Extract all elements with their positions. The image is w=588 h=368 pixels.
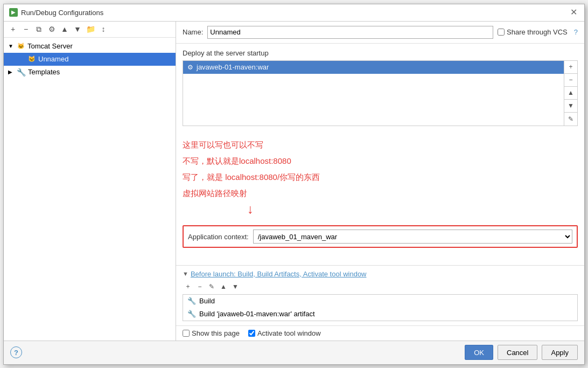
name-help-button[interactable]: ? bbox=[574, 28, 578, 36]
deploy-item-label: javaweb-01-maven:war bbox=[197, 63, 269, 71]
bl-edit-button[interactable]: ✎ bbox=[206, 281, 217, 292]
bl-item-build-artifact[interactable]: 🔧 Build 'javaweb-01-maven:war' artifact bbox=[183, 308, 577, 321]
annotation-line4: 虚拟网站路径映射 bbox=[183, 185, 578, 202]
unnamed-icon: 🐱 bbox=[27, 55, 36, 64]
cancel-button[interactable]: Cancel bbox=[498, 345, 537, 360]
add-config-button[interactable]: + bbox=[7, 23, 19, 35]
deploy-edit-button[interactable]: ✎ bbox=[564, 113, 577, 126]
before-launch-header: ▼ Before launch: Build, Build Artifacts,… bbox=[183, 270, 578, 278]
show-page-label[interactable]: Show this page bbox=[183, 329, 240, 337]
dialog-icon: ▶ bbox=[9, 8, 18, 17]
before-launch-section: ▼ Before launch: Build, Build Artifacts,… bbox=[176, 265, 584, 325]
apply-button[interactable]: Apply bbox=[542, 345, 578, 360]
before-launch-title[interactable]: Before launch: Build, Build Artifacts, A… bbox=[191, 270, 367, 278]
bl-artifact-icon: 🔧 bbox=[187, 310, 196, 318]
deploy-down-button[interactable]: ▼ bbox=[564, 100, 577, 113]
name-input[interactable] bbox=[207, 26, 493, 39]
deploy-up-button[interactable]: ▲ bbox=[564, 87, 577, 100]
tree-item-tomcat-server[interactable]: ▼ 🐱 Tomcat Server bbox=[4, 40, 176, 53]
left-panel: + − ⧉ ⚙ ▲ ▼ 📁 ↕ ▼ 🐱 Tomcat Server bbox=[4, 22, 176, 341]
down-config-button[interactable]: ▼ bbox=[72, 23, 83, 35]
context-select[interactable]: /javaweb_01_maven_war / bbox=[253, 230, 572, 244]
dialog-title: Run/Debug Configurations bbox=[21, 9, 103, 17]
deploy-item[interactable]: ⚙ javaweb-01-maven:war bbox=[183, 61, 564, 74]
remove-config-button[interactable]: − bbox=[20, 23, 32, 35]
footer-buttons: OK Cancel Apply bbox=[465, 345, 578, 360]
bl-build-icon: 🔧 bbox=[187, 297, 196, 305]
show-page-checkbox[interactable] bbox=[183, 330, 190, 337]
bl-down-button[interactable]: ▼ bbox=[230, 281, 241, 292]
name-row: Name: Share through VCS ? bbox=[176, 22, 584, 44]
folder-config-button[interactable]: 📁 bbox=[85, 23, 96, 35]
context-label: Application context: bbox=[188, 233, 249, 241]
title-bar: ▶ Run/Debug Configurations ✕ bbox=[4, 4, 584, 22]
tomcat-icon: 🐱 bbox=[17, 42, 25, 51]
tree-item-templates[interactable]: ▶ 🔧 Templates bbox=[4, 66, 176, 79]
deploy-add-button[interactable]: + bbox=[564, 61, 577, 74]
activate-tool-label[interactable]: Activate tool window bbox=[248, 329, 321, 337]
annotation-arrow-icon: ↓ bbox=[247, 202, 578, 217]
deploy-item-icon: ⚙ bbox=[187, 64, 193, 71]
config-toolbar: + − ⧉ ⚙ ▲ ▼ 📁 ↕ bbox=[4, 22, 176, 38]
sort-config-button[interactable]: ↕ bbox=[97, 23, 109, 35]
unnamed-label: Unnamed bbox=[38, 55, 68, 63]
tomcat-server-label: Tomcat Server bbox=[27, 42, 73, 50]
deploy-side-buttons: + − ▲ ▼ ✎ bbox=[564, 60, 578, 126]
before-launch-collapse-icon[interactable]: ▼ bbox=[183, 270, 188, 277]
ok-button[interactable]: OK bbox=[465, 345, 493, 360]
annotation-line2: 不写，默认就是localhost:8080 bbox=[183, 153, 578, 169]
close-button[interactable]: ✕ bbox=[570, 8, 579, 17]
up-config-button[interactable]: ▲ bbox=[59, 23, 71, 35]
share-checkbox-label[interactable]: Share through VCS bbox=[498, 28, 568, 36]
before-launch-list: 🔧 Build 🔧 Build 'javaweb-01-maven:war' a… bbox=[183, 294, 578, 321]
config-tree: ▼ 🐱 Tomcat Server 🐱 Unnamed ▶ 🔧 Template… bbox=[4, 38, 176, 341]
bl-remove-button[interactable]: − bbox=[194, 281, 205, 292]
main-content: Deploy at the server startup ⚙ javaweb-0… bbox=[176, 44, 584, 265]
application-context-wrapper: Application context: /javaweb_01_maven_w… bbox=[183, 225, 578, 248]
deploy-list-container: ⚙ javaweb-01-maven:war + − ▲ ▼ ✎ bbox=[183, 60, 578, 126]
bl-add-button[interactable]: + bbox=[183, 281, 193, 292]
templates-label: Templates bbox=[28, 68, 60, 76]
bl-up-button[interactable]: ▲ bbox=[218, 281, 229, 292]
annotation-line3: 写了，就是 localhost:8080/你写的东西 bbox=[183, 169, 578, 185]
bl-item-build[interactable]: 🔧 Build bbox=[183, 295, 577, 308]
title-bar-left: ▶ Run/Debug Configurations bbox=[9, 8, 103, 17]
tomcat-arrow-icon: ▼ bbox=[8, 43, 15, 49]
annotation-area: 这里可以写也可以不写 不写，默认就是localhost:8080 写了，就是 l… bbox=[183, 131, 578, 223]
bl-artifact-label: Build 'javaweb-01-maven:war' artifact bbox=[199, 310, 315, 318]
templates-icon: 🔧 bbox=[17, 68, 26, 77]
bottom-options: Show this page Activate tool window bbox=[176, 325, 584, 341]
activate-tool-checkbox[interactable] bbox=[248, 330, 255, 337]
templates-arrow-icon: ▶ bbox=[8, 69, 15, 75]
dialog-body: + − ⧉ ⚙ ▲ ▼ 📁 ↕ ▼ 🐱 Tomcat Server bbox=[4, 22, 584, 341]
right-panel: Name: Share through VCS ? Deploy at the … bbox=[176, 22, 584, 341]
annotation-line1: 这里可以写也可以不写 bbox=[183, 137, 578, 153]
help-button[interactable]: ? bbox=[10, 346, 22, 358]
run-debug-dialog: ▶ Run/Debug Configurations ✕ + − ⧉ ⚙ ▲ ▼… bbox=[3, 4, 585, 365]
dialog-footer: ? OK Cancel Apply bbox=[4, 341, 584, 364]
share-checkbox[interactable] bbox=[498, 29, 505, 36]
name-label: Name: bbox=[183, 28, 203, 36]
settings-config-button[interactable]: ⚙ bbox=[46, 23, 58, 35]
deploy-list: ⚙ javaweb-01-maven:war bbox=[183, 60, 564, 126]
before-launch-toolbar: + − ✎ ▲ ▼ bbox=[183, 281, 578, 292]
bl-build-label: Build bbox=[199, 297, 215, 305]
deploy-remove-button[interactable]: − bbox=[564, 74, 577, 87]
copy-config-button[interactable]: ⧉ bbox=[33, 23, 45, 35]
deploy-section-label: Deploy at the server startup bbox=[183, 49, 578, 57]
tree-item-unnamed[interactable]: 🐱 Unnamed bbox=[4, 53, 176, 66]
